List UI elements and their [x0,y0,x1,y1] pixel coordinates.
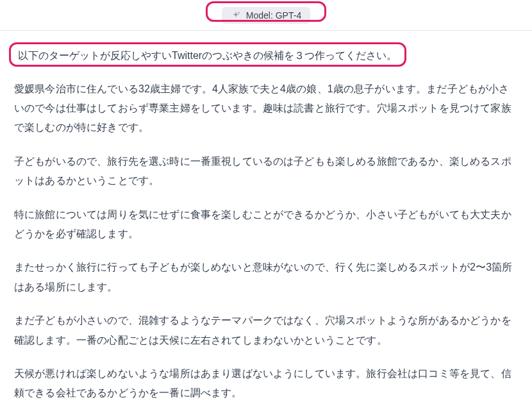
model-selector-pill[interactable]: Model: GPT-4 [222,7,310,24]
persona-paragraph: まだ子どもが小さいので、混雑するようなテーマパークではなく、穴場スポットような所… [14,311,518,350]
user-prompt-line: 以下のターゲットが反応しやすいTwitterのつぶやきの候補を３つ作ってください… [14,45,401,67]
persona-paragraph: 特に旅館については周りを気にせずに食事を楽しむことができるかどうか、小さい子ども… [14,205,518,244]
header-bar: Model: GPT-4 [0,0,532,31]
message-content: 以下のターゲットが反応しやすいTwitterのつぶやきの候補を３つ作ってください… [0,31,532,403]
model-label: Model: GPT-4 [246,10,301,21]
persona-paragraph: 天候が悪ければ楽しめないような場所はあまり選ばないようにしています。旅行会社は口… [14,364,518,403]
persona-paragraph: 子どもがいるので、旅行先を選ぶ時に一番重視しているのは子どもも楽しめる旅館である… [14,152,518,191]
persona-paragraph: またせっかく旅行に行っても子どもが楽しめないと意味がないので、行く先に楽しめるス… [14,258,518,297]
persona-paragraph: 愛媛県今治市に住んでいる32歳主婦です。4人家族で夫と4歳の娘、1歳の息子がいま… [14,80,518,138]
sparkle-icon [231,10,241,21]
